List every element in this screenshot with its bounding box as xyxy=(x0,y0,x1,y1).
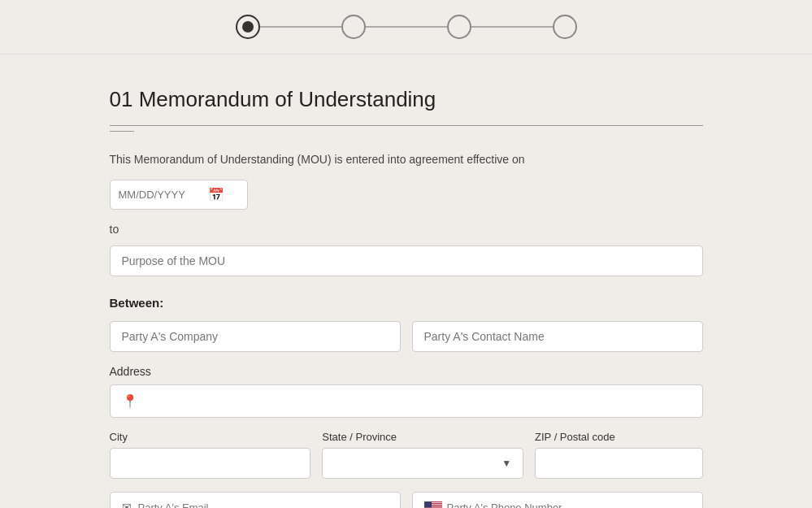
zip-input[interactable] xyxy=(535,448,702,479)
us-flag-icon xyxy=(424,501,442,508)
email-input[interactable] xyxy=(138,501,389,509)
between-label: Between: xyxy=(110,296,703,310)
purpose-input[interactable] xyxy=(110,245,703,276)
address-wrapper[interactable]: 📍 xyxy=(110,384,703,418)
divider-short xyxy=(110,131,134,132)
main-content: 01 Memorandum of Understanding This Memo… xyxy=(93,54,719,508)
city-input[interactable] xyxy=(110,448,311,479)
email-wrapper[interactable]: ✉ xyxy=(110,492,401,508)
progress-bar xyxy=(0,0,812,54)
location-row: City State / Province Alabama Alaska Ari… xyxy=(110,431,703,479)
party-a-company-input[interactable] xyxy=(110,321,401,352)
phone-input[interactable] xyxy=(447,501,691,509)
state-select-wrapper[interactable]: Alabama Alaska Arizona California Colora… xyxy=(322,448,523,479)
date-input[interactable] xyxy=(119,189,208,201)
svg-rect-13 xyxy=(424,501,432,508)
email-icon: ✉ xyxy=(122,501,132,508)
zip-group: ZIP / Postal code xyxy=(535,431,702,479)
address-input[interactable] xyxy=(145,395,691,408)
intro-text: This Memorandum of Understanding (MOU) i… xyxy=(110,151,703,168)
chevron-down-icon: ▼ xyxy=(502,458,511,469)
zip-label: ZIP / Postal code xyxy=(535,431,702,443)
divider-long xyxy=(110,125,703,126)
calendar-icon[interactable]: 📅 xyxy=(208,187,224,202)
to-text: to xyxy=(110,223,703,236)
state-select[interactable]: Alabama Alaska Arizona California Colora… xyxy=(334,457,502,470)
step-line-2 xyxy=(366,26,447,28)
step-2[interactable] xyxy=(341,15,366,39)
address-label: Address xyxy=(110,365,703,378)
step-1[interactable] xyxy=(236,15,260,39)
section-title: 01 Memorandum of Understanding xyxy=(110,87,703,112)
state-group: State / Province Alabama Alaska Arizona … xyxy=(322,431,523,479)
step-line-1 xyxy=(260,26,341,28)
party-row xyxy=(110,321,703,352)
step-4[interactable] xyxy=(553,15,577,39)
phone-wrapper[interactable] xyxy=(412,492,703,508)
email-phone-row: ✉ xyxy=(110,492,703,508)
pin-icon: 📍 xyxy=(122,393,138,409)
city-group: City xyxy=(110,431,311,479)
city-label: City xyxy=(110,431,311,443)
step-3[interactable] xyxy=(447,15,471,39)
step-line-3 xyxy=(471,26,553,28)
state-label: State / Province xyxy=(322,431,523,443)
party-a-contact-input[interactable] xyxy=(412,321,703,352)
date-wrapper[interactable]: 📅 xyxy=(110,180,248,210)
